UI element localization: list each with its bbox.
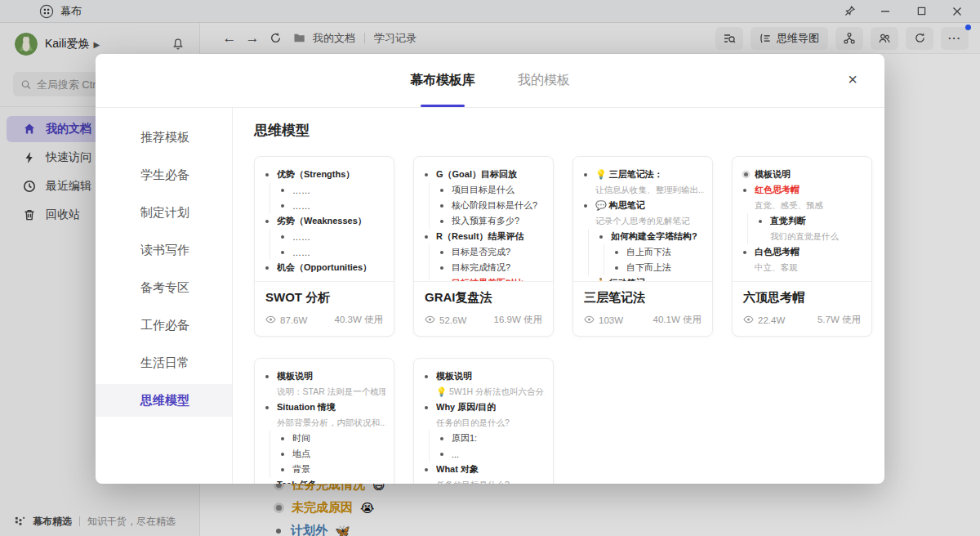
outline-text: Situation 情境 [277, 401, 336, 413]
outline-text: 目标是否完成? [452, 246, 510, 258]
outline-line: 中立、客观 [743, 260, 863, 275]
template-footer: GRAI复盘法52.6W16.9W 使用 [414, 282, 553, 336]
outline-line: 项目目标是什么 [425, 182, 545, 198]
outline-text: …… [292, 232, 310, 242]
bullet-dot [743, 189, 755, 192]
outline-text: 优势（Strengths） [277, 168, 354, 181]
template-card[interactable]: 模板说明💡 5W1H 分析法也叫六合分...Why 原因/目的任务的目的是什么?… [413, 358, 554, 484]
indent-guide [747, 229, 759, 244]
bullet-dot [265, 484, 277, 485]
outline-line: 说明：STAR 法则是一个梳理... [265, 384, 385, 400]
indent-guide [429, 431, 440, 446]
template-nav-item[interactable]: 推荐模板 [96, 121, 232, 154]
outline-text: 任务的目的是什么? [436, 418, 510, 429]
outline-line: 自上而下法 [584, 244, 704, 260]
outline-line: 模板说明 [425, 368, 545, 384]
indent-guide [270, 198, 281, 213]
outline-line: 让信息从收集、整理到输出... [584, 182, 704, 198]
template-row-2: 模板说明说明：STAR 法则是一个梳理...Situation 情境外部背景分析… [254, 358, 865, 484]
template-nav-item[interactable]: 备考专区 [96, 271, 232, 304]
indent-guide [429, 446, 440, 462]
template-preview: 💡 三层笔记法：让信息从收集、整理到输出...💬 构思笔记记录个人思考的见解笔记… [573, 157, 712, 281]
outline-text: 目标完成情况? [452, 261, 510, 274]
outline-text: 💬 构思笔记 [595, 199, 645, 212]
template-nav-item[interactable]: 思维模型 [96, 384, 232, 417]
outline-line: 自下而上法 [584, 260, 704, 275]
template-footer: 三层笔记法103W40.1W 使用 [573, 282, 712, 336]
outline-line: 直觉判断 [743, 213, 863, 229]
indent-guide [270, 462, 281, 477]
close-icon[interactable]: × [840, 67, 865, 92]
template-card[interactable]: 模板说明说明：STAR 法则是一个梳理...Situation 情境外部背景分析… [254, 358, 394, 484]
bullet-dot [281, 235, 292, 239]
modal-body: 推荐模板学生必备制定计划读书写作备考专区工作必备生活日常思维模型 思维模型 优势… [96, 108, 884, 484]
outline-text: 🏃 行动笔记 [595, 277, 645, 281]
outline-text: 时间 [292, 432, 310, 444]
modal-header: 幕布模板库 我的模板 × [96, 54, 884, 108]
bullet-dot [265, 173, 277, 176]
indent-guide [429, 275, 440, 281]
template-card[interactable]: 模板说明红色思考帽直觉、感受、预感直觉判断我们的直觉是什么白色思考帽中立、客观六… [732, 156, 872, 337]
indent-guide [588, 229, 599, 244]
tab-template-library[interactable]: 幕布模板库 [410, 54, 475, 107]
template-card[interactable]: G（Goal）目标回放项目目标是什么核心阶段目标是什么?投入预算有多少?R（Re… [413, 156, 554, 337]
template-nav-item[interactable]: 工作必备 [96, 309, 232, 342]
template-nav-item[interactable]: 制定计划 [96, 196, 232, 229]
outline-line: …… [265, 244, 385, 260]
outline-line: 核心阶段目标是什么? [425, 198, 545, 213]
bullet-dot [584, 173, 595, 176]
outline-text: 直觉、感受、预感 [755, 200, 823, 212]
indent-guide [270, 446, 281, 462]
view-count: 52.6W [425, 315, 466, 325]
template-stats: 52.6W16.9W 使用 [425, 314, 542, 326]
outline-line: 如何构建金字塔结构? [584, 229, 704, 244]
bullet-dot [440, 251, 452, 254]
use-count: 5.7W 使用 [817, 314, 861, 326]
outline-text: G（Goal）目标回放 [436, 168, 517, 181]
bullet-dot [265, 406, 277, 409]
bullet-dot [440, 453, 452, 456]
outline-text: …… [292, 201, 310, 211]
bullet-dot [440, 204, 452, 208]
outline-text: 如何构建金字塔结构? [611, 230, 697, 243]
outline-text: 自下而上法 [626, 261, 671, 274]
bullet-dot [440, 437, 452, 440]
outline-line: Situation 情境 [265, 400, 385, 415]
outline-text: Why 原因/目的 [436, 401, 496, 413]
outline-line: 我们的直觉是什么 [743, 229, 863, 244]
outline-text: 💡 三层笔记法： [595, 168, 663, 181]
indent-guide [429, 244, 440, 260]
outline-text: 地点 [292, 448, 310, 460]
outline-text: 目标结果差距对比 [452, 277, 523, 281]
bullet-dot [281, 251, 292, 254]
template-stats: 87.6W40.3W 使用 [265, 314, 383, 326]
bullet-dot [615, 266, 626, 270]
outline-line: 💡 5W1H 分析法也叫六合分... [425, 384, 545, 400]
template-title: GRAI复盘法 [425, 290, 542, 306]
template-card[interactable]: 优势（Strengths）…………劣势（Weaknesses）…………机会（Op… [254, 156, 394, 337]
outline-text: 直觉判断 [770, 215, 806, 227]
outline-line: 任务的目标是什么? [425, 477, 545, 484]
outline-line: 背景 [265, 462, 385, 477]
outline-text: 红色思考帽 [755, 184, 800, 196]
outline-text: ... [452, 449, 459, 459]
template-card[interactable]: 💡 三层笔记法：让信息从收集、整理到输出...💬 构思笔记记录个人思考的见解笔记… [572, 156, 713, 337]
outline-text: 原因1: [452, 432, 477, 444]
section-title: 思维模型 [254, 121, 865, 140]
outline-line: 💡 三层笔记法： [584, 167, 704, 182]
template-nav-item[interactable]: 读书写作 [96, 234, 232, 266]
outline-line: 机会（Opportunities） [265, 260, 385, 275]
outline-line: 白色思考帽 [743, 244, 863, 260]
template-preview: G（Goal）目标回放项目目标是什么核心阶段目标是什么?投入预算有多少?R（Re… [414, 157, 553, 281]
indent-guide [747, 213, 759, 229]
bullet-dot [599, 235, 611, 239]
outline-text: 投入预算有多少? [452, 215, 519, 227]
template-nav-item[interactable]: 生活日常 [96, 346, 232, 379]
outline-line: 时间 [265, 431, 385, 446]
indent-guide [588, 260, 599, 275]
bullet-dot [425, 468, 436, 471]
template-preview: 模板说明💡 5W1H 分析法也叫六合分...Why 原因/目的任务的目的是什么?… [414, 359, 553, 484]
view-count: 87.6W [265, 315, 307, 325]
tab-my-templates[interactable]: 我的模板 [518, 54, 570, 107]
template-nav-item[interactable]: 学生必备 [96, 159, 232, 191]
